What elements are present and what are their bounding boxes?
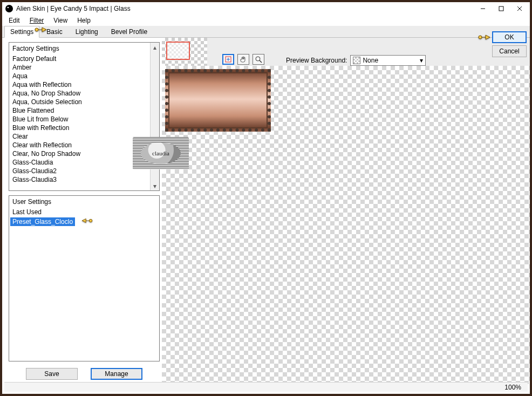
- glass-preview-object: [165, 69, 271, 132]
- user-settings-header: User Settings: [9, 196, 159, 208]
- list-item[interactable]: Clear with Reflection: [10, 141, 149, 149]
- list-item[interactable]: Aqua, No Drop Shadow: [10, 89, 149, 98]
- list-item[interactable]: Amber: [10, 63, 149, 72]
- watermark-text: claudia: [141, 142, 181, 164]
- minimize-button[interactable]: [474, 3, 492, 15]
- zoom-tool-icon[interactable]: [253, 54, 264, 65]
- statusbar: 100%: [4, 382, 528, 392]
- menu-view[interactable]: View: [50, 16, 71, 25]
- preview-panel: Preview Background: None ▾ claudia: [162, 38, 530, 384]
- svg-rect-1: [499, 6, 503, 11]
- menu-help[interactable]: Help: [74, 16, 94, 25]
- ok-button[interactable]: OK: [492, 31, 527, 43]
- thumbnail-selected[interactable]: [166, 42, 190, 60]
- tab-basic[interactable]: Basic: [40, 26, 68, 37]
- scroll-down-icon[interactable]: ▾: [151, 181, 159, 190]
- cancel-button[interactable]: Cancel: [492, 45, 527, 57]
- tab-settings[interactable]: Settings: [4, 26, 39, 38]
- preview-background-select[interactable]: None ▾: [350, 55, 426, 66]
- chevron-down-icon: ▾: [420, 57, 423, 64]
- close-button[interactable]: [510, 3, 529, 15]
- list-item[interactable]: Last Used: [10, 208, 149, 216]
- tab-bevel-profile[interactable]: Bevel Profile: [105, 26, 153, 37]
- menubar: Edit Filter View Help: [2, 15, 530, 26]
- list-item[interactable]: Blue Flattened: [10, 106, 149, 115]
- list-item[interactable]: Glass-Claudia2: [10, 167, 149, 175]
- thumbnail-strip: [162, 38, 207, 66]
- zoom-level: 100%: [504, 384, 521, 391]
- list-item[interactable]: Aqua with Reflection: [10, 80, 149, 89]
- watermark-badge: claudia: [133, 137, 189, 169]
- tab-row: Settings Basic Lighting Bevel Profile: [2, 26, 530, 38]
- save-button[interactable]: Save: [26, 368, 78, 380]
- preview-background-label: Preview Background:: [286, 57, 347, 64]
- list-item[interactable]: Aqua: [10, 72, 149, 80]
- window-title: Alien Skin | Eye Candy 5 Impact | Glass: [16, 5, 474, 12]
- menu-edit[interactable]: Edit: [5, 16, 23, 25]
- list-item-selected[interactable]: Preset_Glass_Cloclo: [10, 217, 75, 226]
- factory-settings-header: Factory Settings: [9, 43, 159, 54]
- maximize-button[interactable]: [492, 3, 510, 15]
- scroll-up-icon[interactable]: ▴: [151, 43, 159, 52]
- list-item[interactable]: Clear, No Drop Shadow: [10, 149, 149, 158]
- list-item[interactable]: Clear: [10, 132, 149, 141]
- nav-tool-icon[interactable]: [222, 54, 234, 65]
- app-icon: [5, 5, 13, 12]
- hand-tool-icon[interactable]: [237, 54, 249, 65]
- pointer-hand-icon: [80, 216, 93, 227]
- svg-line-9: [260, 60, 262, 63]
- settings-panel: ▴ ▾ Factory Settings Factory Default Amb…: [2, 38, 162, 384]
- svg-point-8: [256, 57, 260, 61]
- list-item[interactable]: Factory Default: [10, 54, 149, 63]
- titlebar: Alien Skin | Eye Candy 5 Impact | Glass: [2, 2, 530, 15]
- list-item[interactable]: Aqua, Outside Selection: [10, 98, 149, 106]
- svg-point-5: [479, 36, 482, 39]
- svg-point-6: [90, 219, 92, 222]
- checker-swatch-icon: [353, 57, 360, 64]
- list-item[interactable]: Blue with Reflection: [10, 124, 149, 132]
- pointer-hand-icon: [478, 32, 491, 42]
- tab-lighting[interactable]: Lighting: [70, 26, 104, 37]
- list-item[interactable]: Glass-Claudia: [10, 158, 149, 167]
- preview-canvas[interactable]: claudia: [162, 66, 530, 384]
- preview-background-value: None: [363, 57, 378, 64]
- manage-button[interactable]: Manage: [91, 368, 142, 380]
- user-settings-list[interactable]: User Settings Last Used Preset_Glass_Clo…: [9, 195, 160, 361]
- menu-filter[interactable]: Filter: [26, 16, 47, 25]
- list-item[interactable]: Blue Lit from Below: [10, 115, 149, 124]
- list-item[interactable]: Glass-Claudia3: [10, 175, 149, 184]
